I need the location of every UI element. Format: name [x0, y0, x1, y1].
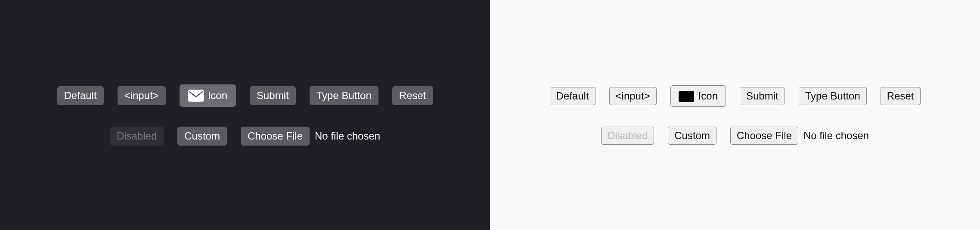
icon-button[interactable]: Icon — [180, 84, 236, 107]
solid-box-icon — [679, 91, 694, 102]
file-input[interactable]: Choose File No file chosen — [241, 127, 380, 146]
file-input[interactable]: Choose File No file chosen — [730, 127, 869, 145]
choose-file-button[interactable]: Choose File — [241, 127, 310, 146]
type-button[interactable]: Type Button — [310, 86, 378, 105]
reset-button[interactable]: Reset — [392, 86, 433, 105]
custom-button[interactable]: Custom — [668, 127, 716, 145]
icon-button[interactable]: Icon — [670, 85, 726, 107]
file-status-text: No file chosen — [803, 130, 869, 142]
reset-button[interactable]: Reset — [881, 87, 921, 105]
file-status-text: No file chosen — [315, 130, 380, 142]
input-button[interactable]: <input> — [609, 87, 657, 105]
light-panel: Default <input> Icon Submit Type Button … — [490, 0, 980, 230]
light-row-1: Default <input> Icon Submit Type Button … — [550, 85, 921, 107]
disabled-button: Disabled — [601, 127, 654, 145]
default-button[interactable]: Default — [57, 86, 104, 105]
icon-button-label: Icon — [698, 90, 718, 102]
dark-row-1: Default <input> Icon Submit Type Button … — [57, 84, 433, 107]
choose-file-button[interactable]: Choose File — [730, 127, 798, 145]
svg-rect-0 — [188, 90, 204, 102]
type-button[interactable]: Type Button — [799, 87, 867, 105]
disabled-button: Disabled — [110, 127, 164, 146]
submit-button[interactable]: Submit — [250, 86, 296, 105]
submit-button[interactable]: Submit — [740, 87, 785, 105]
dark-row-2: Disabled Custom Choose File No file chos… — [110, 127, 380, 146]
envelope-icon — [188, 90, 204, 102]
dark-panel: Default <input> Icon Submit Type Button … — [0, 0, 490, 230]
custom-button[interactable]: Custom — [177, 127, 227, 146]
icon-button-label: Icon — [208, 90, 227, 102]
default-button[interactable]: Default — [550, 87, 595, 105]
light-row-2: Disabled Custom Choose File No file chos… — [601, 127, 869, 145]
input-button[interactable]: <input> — [118, 86, 166, 105]
